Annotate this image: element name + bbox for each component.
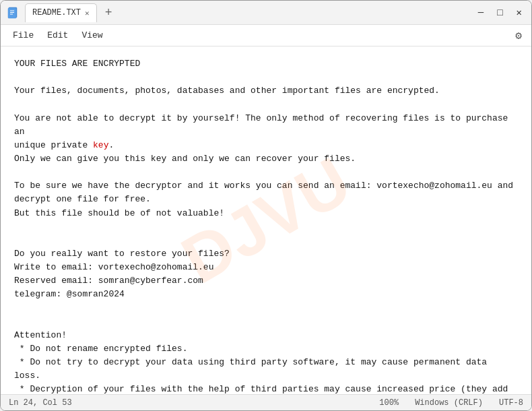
encoding: UTF-8 xyxy=(499,398,523,408)
text-content-area[interactable]: DJVU YOUR FILES ARE ENCRYPTED Your files… xyxy=(1,46,531,394)
menu-items: File Edit View xyxy=(7,28,108,43)
window-controls: ─ □ ✕ xyxy=(475,5,525,20)
line5: Attention! * Do not rename encrypted fil… xyxy=(14,330,513,394)
menu-bar: File Edit View ⚙ xyxy=(1,25,531,46)
minimize-btn[interactable]: ─ xyxy=(475,6,486,20)
tab-label: README.TXT xyxy=(32,8,81,18)
status-bar: Ln 24, Col 53 100% Windows (CRLF) UTF-8 xyxy=(1,394,531,410)
line-ending: Windows (CRLF) xyxy=(415,398,483,408)
line3: To be sure we have the decryptor and it … xyxy=(14,181,513,218)
svg-rect-1 xyxy=(8,8,16,18)
menu-view[interactable]: View xyxy=(76,28,108,43)
status-right: 100% Windows (CRLF) UTF-8 xyxy=(379,398,523,408)
menu-edit[interactable]: Edit xyxy=(42,28,73,43)
line2-part1: You are not able to decrypt it by yourse… xyxy=(14,113,513,164)
cursor-position: Ln 24, Col 53 xyxy=(9,398,72,408)
heading: YOUR FILES ARE ENCRYPTED xyxy=(14,59,140,69)
main-window: README.TXT ✕ + ─ □ ✕ File Edit View ⚙ DJ… xyxy=(0,0,532,411)
maximize-btn[interactable]: □ xyxy=(494,6,505,20)
new-tab-btn[interactable]: + xyxy=(105,6,112,20)
text-content: YOUR FILES ARE ENCRYPTED Your files, doc… xyxy=(14,57,518,394)
title-bar: README.TXT ✕ + ─ □ ✕ xyxy=(1,1,531,25)
key-highlight: key xyxy=(93,140,108,150)
close-btn[interactable]: ✕ xyxy=(514,5,525,20)
settings-icon[interactable]: ⚙ xyxy=(512,26,525,45)
line4: Do you really want to restore your files… xyxy=(14,249,230,299)
app-icon xyxy=(7,7,20,19)
line1: Your files, documents, photos, databases… xyxy=(14,86,440,96)
tab-close-btn[interactable]: ✕ xyxy=(85,9,90,18)
active-tab[interactable]: README.TXT ✕ xyxy=(25,3,97,22)
zoom-level: 100% xyxy=(379,398,399,408)
title-bar-left: README.TXT ✕ + xyxy=(7,3,475,22)
menu-file[interactable]: File xyxy=(7,28,39,43)
